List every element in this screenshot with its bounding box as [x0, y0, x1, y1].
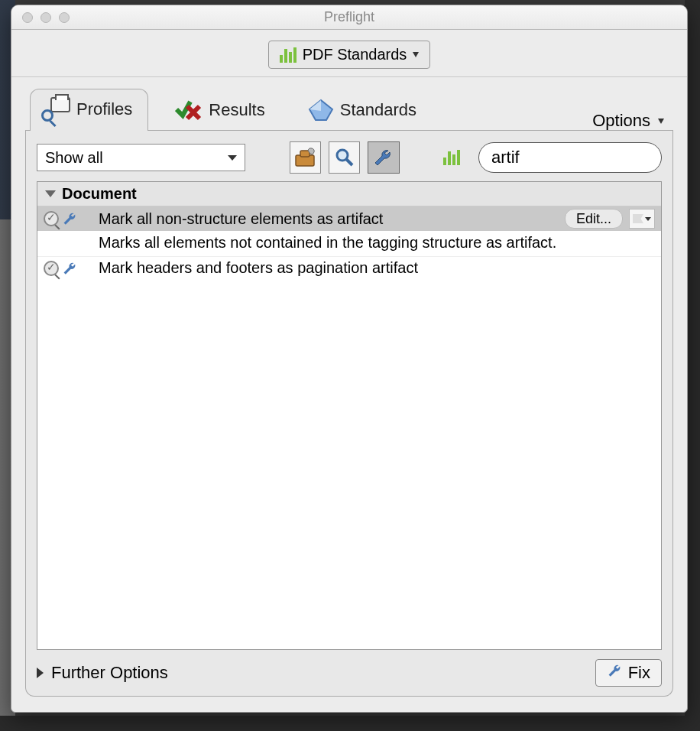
show-profiles-button[interactable] [290, 141, 321, 174]
window-controls [11, 12, 70, 23]
minimize-window-button[interactable] [41, 12, 51, 23]
check-magnifier-icon [44, 211, 59, 226]
wrench-icon [373, 148, 394, 167]
filter-selected: Show all [45, 149, 103, 167]
tab-label: Standards [340, 100, 416, 120]
preflight-window: Preflight PDF Standards Profiles Res [11, 5, 688, 713]
chevron-down-icon [645, 217, 651, 221]
further-options-toggle[interactable]: Further Options [51, 663, 168, 683]
fixup-title: Mark headers and footers as pagination a… [99, 259, 655, 277]
edit-fixup-button[interactable]: Edit... [565, 209, 623, 229]
wrench-icon [62, 261, 79, 276]
footer-row: Further Options Fix [26, 650, 672, 696]
toolbox-icon [294, 148, 316, 167]
filter-toolbar: Show all [26, 131, 672, 181]
disclosure-triangle-icon [45, 190, 56, 197]
zoom-window-button[interactable] [59, 12, 70, 23]
row-icons [44, 211, 92, 226]
magnifier-icon [335, 148, 355, 167]
flag-dropdown[interactable] [629, 209, 655, 229]
window-title: Preflight [11, 9, 687, 25]
svg-marker-1 [309, 100, 321, 111]
background-bottom-strip [0, 716, 700, 731]
library-label: PDF Standards [303, 46, 407, 63]
chevron-down-icon [228, 155, 237, 161]
tab-label: Results [209, 100, 264, 120]
flag-icon [633, 214, 643, 223]
show-fixups-button[interactable] [368, 141, 399, 174]
bars-icon [280, 47, 297, 63]
fixup-row[interactable]: Mark all non-structure elements as artif… [37, 206, 661, 231]
close-window-button[interactable] [22, 12, 33, 23]
options-dropdown[interactable]: Options [592, 111, 669, 131]
options-label: Options [592, 111, 650, 131]
fix-label: Fix [628, 663, 650, 683]
chevron-down-icon [658, 119, 664, 124]
results-icon [175, 99, 203, 122]
chevron-down-icon [413, 52, 419, 57]
svg-point-4 [337, 150, 348, 161]
standards-filter-button[interactable] [438, 142, 466, 173]
wrench-icon [62, 211, 79, 226]
titlebar: Preflight [11, 5, 687, 30]
tab-results[interactable]: Results [164, 90, 280, 131]
fixup-row[interactable]: Mark headers and footers as pagination a… [37, 257, 661, 279]
row-icons [44, 261, 92, 276]
tabs-row: Profiles Results Standards Options [11, 77, 687, 131]
svg-line-5 [346, 159, 352, 165]
check-magnifier-icon [44, 261, 59, 276]
profiles-icon [41, 97, 70, 122]
fixup-list: Document Mark all non-structure elements… [37, 181, 662, 650]
fixup-description: Marks all elements not contained in the … [37, 231, 661, 257]
tab-profiles[interactable]: Profiles [30, 89, 148, 131]
library-toolbar: PDF Standards [11, 30, 687, 77]
svg-rect-3 [300, 151, 309, 157]
tab-label: Profiles [76, 99, 132, 119]
wrench-icon [607, 663, 624, 683]
show-checks-button[interactable] [329, 141, 360, 174]
search-input[interactable] [491, 148, 688, 167]
filter-dropdown[interactable]: Show all [37, 144, 245, 171]
disclosure-right-icon [37, 668, 44, 678]
standards-icon [308, 99, 334, 122]
search-box: ✕ [478, 142, 662, 173]
tab-standards[interactable]: Standards [297, 90, 433, 131]
fixup-title: Mark all non-structure elements as artif… [99, 210, 559, 228]
main-panel: Show all [25, 131, 673, 697]
library-dropdown[interactable]: PDF Standards [268, 41, 431, 69]
group-title: Document [62, 185, 137, 203]
group-header-document[interactable]: Document [37, 182, 661, 206]
fix-button[interactable]: Fix [595, 659, 662, 687]
bars-icon [443, 150, 460, 165]
